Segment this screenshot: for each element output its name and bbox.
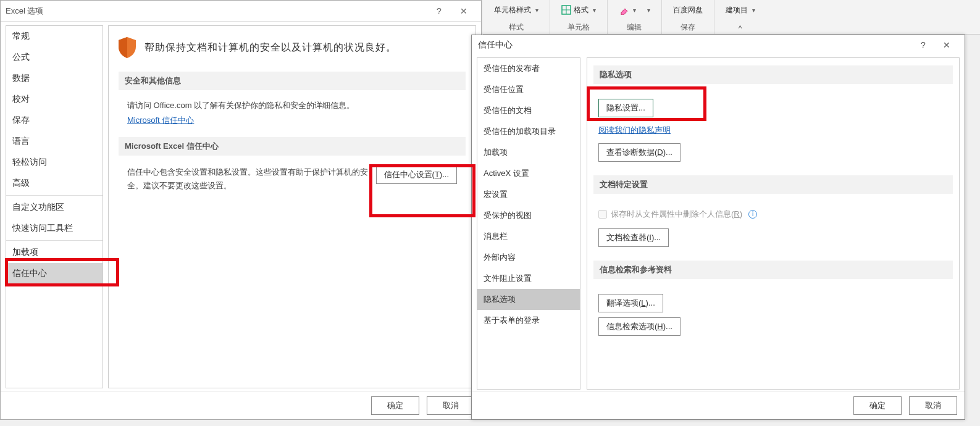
- ribbon-group-edit[interactable]: 编辑: [608, 0, 662, 34]
- tc-nav-trusted-publishers[interactable]: 受信任的发布者: [477, 58, 580, 79]
- nav-trust-center[interactable]: 信任中心: [6, 263, 103, 284]
- options-content: 帮助保持文档和计算机的安全以及计算机的状况良好。 安全和其他信息 请访问 Off…: [108, 25, 476, 388]
- nav-language[interactable]: 语言: [6, 131, 103, 152]
- tc-sec-privacy: 隐私选项: [593, 65, 953, 84]
- trust-footer: 确定 取消: [472, 391, 965, 419]
- ribbon-group-label: 保存: [681, 20, 695, 33]
- trust-titlebar: 信任中心 ? ✕: [472, 35, 965, 55]
- document-inspector-button[interactable]: 文档检查器(I)...: [598, 228, 669, 247]
- format-icon: [561, 5, 571, 15]
- trust-cancel-button[interactable]: 取消: [909, 396, 957, 415]
- nav-advanced[interactable]: 高级: [6, 173, 103, 194]
- svg-marker-3: [621, 9, 627, 15]
- trust-ok-button[interactable]: 确定: [853, 396, 902, 415]
- nav-qat[interactable]: 快速访问工具栏: [6, 218, 103, 239]
- trust-close-button[interactable]: ✕: [935, 37, 958, 53]
- tc-nav-addins[interactable]: 加载项: [477, 142, 580, 163]
- tc-nav-file-block[interactable]: 文件阻止设置: [477, 268, 580, 289]
- ribbon-eraser[interactable]: [619, 2, 650, 17]
- section-trust-center: Microsoft Excel 信任中心: [119, 137, 466, 156]
- translate-options-button[interactable]: 翻译选项(L)...: [598, 294, 663, 312]
- help-button[interactable]: ?: [427, 2, 451, 20]
- options-nav: 常规 公式 数据 校对 保存 语言 轻松访问 高级 自定义功能区 快速访问工具栏…: [6, 25, 103, 388]
- tc-nav-external-content[interactable]: 外部内容: [477, 247, 580, 268]
- nav-data[interactable]: 数据: [6, 68, 103, 89]
- tc-nav-trusted-locations[interactable]: 受信任位置: [477, 79, 580, 100]
- trust-title: 信任中心: [478, 40, 513, 51]
- ribbon-group-cells[interactable]: 格式 单元格: [550, 0, 608, 34]
- trust-help-button[interactable]: ?: [911, 37, 935, 53]
- tc-nav-protected-view[interactable]: 受保护的视图: [477, 205, 580, 226]
- nav-save[interactable]: 保存: [6, 110, 103, 131]
- options-ok-button[interactable]: 确定: [371, 396, 419, 415]
- close-button[interactable]: ✕: [451, 2, 476, 20]
- trust-center-dialog: 信任中心 ? ✕ 受信任的发布者 受信任位置 受信任的文档 受信任的加载项目录 …: [471, 35, 965, 420]
- nav-customize-ribbon[interactable]: 自定义功能区: [6, 197, 103, 218]
- options-cancel-button[interactable]: 取消: [427, 396, 475, 415]
- nav-proofing[interactable]: 校对: [6, 89, 103, 110]
- options-hero-text: 帮助保持文档和计算机的安全以及计算机的状况良好。: [144, 41, 396, 54]
- section-security-info: 安全和其他信息: [119, 72, 466, 90]
- privacy-statement-link[interactable]: 阅读我们的隐私声明: [598, 125, 671, 136]
- tc-nav-trusted-documents[interactable]: 受信任的文档: [477, 100, 580, 121]
- options-footer: 确定 取消: [1, 391, 481, 419]
- trust-center-settings-button[interactable]: 信任中心设置(T)...: [376, 165, 457, 184]
- trust-nav: 受信任的发布者 受信任位置 受信任的文档 受信任的加载项目录 加载项 Activ…: [477, 57, 580, 390]
- ribbon-format[interactable]: 格式: [561, 2, 596, 17]
- excel-options-dialog: Excel 选项 ? ✕ 常规 公式 数据 校对 保存 语言 轻松访问 高级 自…: [0, 0, 482, 420]
- eraser-icon: [619, 5, 629, 15]
- security-info-text: 请访问 Office.com 以了解有关保护你的隐私和安全的详细信息。: [127, 100, 457, 111]
- tc-nav-form-login[interactable]: 基于表单的登录: [477, 310, 580, 331]
- ribbon-group-label: 单元格: [567, 20, 590, 33]
- ribbon-group-label: 编辑: [627, 20, 642, 33]
- ribbon-group-label: 样式: [509, 20, 524, 33]
- nav-addins[interactable]: 加载项: [6, 242, 103, 263]
- ribbon-collapse-icon[interactable]: ^: [739, 22, 742, 33]
- shield-icon: [119, 37, 136, 58]
- remove-personal-info-checkbox: 保存时从文件属性中删除个人信息(R) i: [598, 209, 948, 220]
- tc-sec-doc: 文档特定设置: [593, 175, 953, 194]
- nav-formulas[interactable]: 公式: [6, 47, 103, 68]
- research-options-button[interactable]: 信息检索选项(H)...: [598, 317, 681, 336]
- trust-content: 隐私选项 隐私设置... 阅读我们的隐私声明 查看诊断数据(D)... 文档特定…: [587, 57, 960, 390]
- ribbon-strip: 单元格样式 样式 格式 单元格 编辑 百度网盘 保存 建项目 ^: [483, 0, 980, 35]
- ribbon-group-save[interactable]: 百度网盘 保存: [662, 0, 714, 34]
- tc-nav-macro[interactable]: 宏设置: [477, 184, 580, 205]
- diagnostic-data-button[interactable]: 查看诊断数据(D)...: [598, 143, 681, 162]
- trust-center-description: 信任中心包含安全设置和隐私设置。这些设置有助于保护计算机的安全。建议不要更改这些…: [127, 165, 369, 193]
- ms-trust-link[interactable]: Microsoft 信任中心: [127, 115, 194, 126]
- options-titlebar: Excel 选项 ? ✕: [1, 1, 481, 22]
- tc-sec-research: 信息检索和参考资料: [593, 261, 953, 279]
- ribbon-project[interactable]: 建项目: [726, 2, 755, 17]
- privacy-settings-button[interactable]: 隐私设置...: [598, 99, 653, 117]
- tc-nav-activex[interactable]: ActiveX 设置: [477, 163, 580, 184]
- tc-nav-privacy-options[interactable]: 隐私选项: [477, 289, 580, 310]
- ribbon-group-styles[interactable]: 单元格样式 样式: [483, 0, 550, 34]
- options-title: Excel 选项: [6, 6, 43, 17]
- info-icon[interactable]: i: [748, 210, 757, 219]
- tc-nav-trusted-addin-catalogs[interactable]: 受信任的加载项目录: [477, 121, 580, 142]
- remove-personal-info-input: [598, 210, 607, 219]
- ribbon-cell-styles[interactable]: 单元格样式: [494, 2, 538, 17]
- tc-nav-message-bar[interactable]: 消息栏: [477, 226, 580, 247]
- ribbon-group-project[interactable]: 建项目 ^: [714, 0, 766, 34]
- nav-general[interactable]: 常规: [6, 26, 103, 47]
- ribbon-baidu[interactable]: 百度网盘: [673, 2, 703, 17]
- nav-ease[interactable]: 轻松访问: [6, 152, 103, 173]
